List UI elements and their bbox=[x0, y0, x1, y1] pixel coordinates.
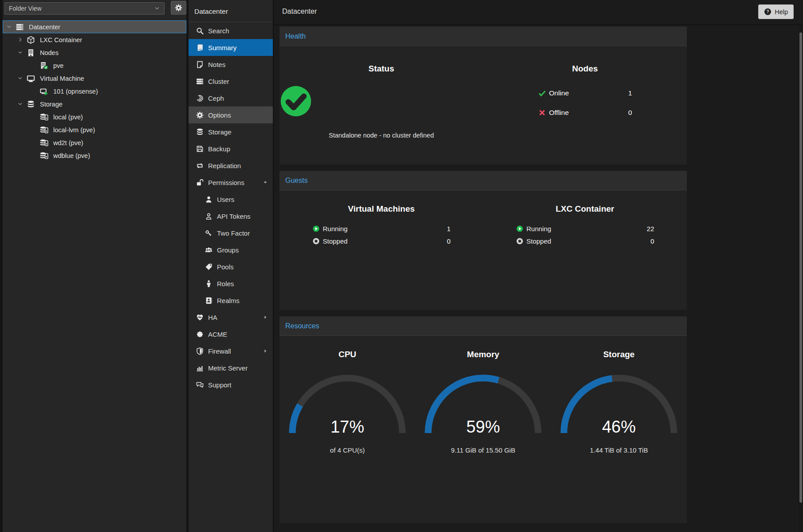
nav-item-label: Permissions bbox=[208, 179, 244, 186]
nav-item-options[interactable]: Options bbox=[189, 106, 273, 123]
status-heading: Status bbox=[279, 64, 483, 74]
nav-item-cluster[interactable]: Cluster bbox=[189, 73, 273, 90]
unlock-icon bbox=[196, 179, 204, 186]
nav-item-two-factor[interactable]: Two Factor bbox=[189, 225, 273, 241]
users-icon bbox=[205, 246, 213, 254]
vertical-scrollbar bbox=[799, 25, 803, 532]
nav-item-summary[interactable]: Summary bbox=[189, 39, 273, 56]
guest-state-label: Stopped bbox=[323, 237, 348, 245]
twisty-spacer bbox=[31, 139, 40, 146]
tree-item-label: Nodes bbox=[40, 49, 59, 56]
stopped-icon bbox=[516, 237, 524, 245]
nav-item-users[interactable]: Users bbox=[189, 191, 273, 208]
database-icon bbox=[27, 100, 37, 108]
nav-item-label: Replication bbox=[208, 162, 241, 169]
nav-item-replication[interactable]: Replication bbox=[189, 157, 273, 174]
tree-item-datacenter[interactable]: Datacenter bbox=[3, 20, 186, 33]
nav-item-permissions[interactable]: Permissions bbox=[189, 174, 273, 191]
nav-item-search[interactable]: Search bbox=[189, 22, 273, 39]
desktop-play-icon bbox=[40, 87, 50, 95]
nav-item-label: Metric Server bbox=[208, 364, 248, 372]
cluster-status-column: Status Standalone node - no cluster defi… bbox=[279, 46, 483, 165]
chevron-right-icon[interactable] bbox=[17, 36, 27, 43]
nav-item-storage[interactable]: Storage bbox=[189, 123, 273, 140]
nav-item-notes[interactable]: Notes bbox=[189, 56, 273, 73]
content-title: Datacenter bbox=[282, 8, 317, 16]
guest-state-label: Stopped bbox=[527, 237, 551, 245]
caret-down-icon[interactable] bbox=[263, 180, 268, 185]
database-drive-icon bbox=[40, 113, 50, 121]
node-status-row-offline: Offline0 bbox=[538, 103, 632, 122]
tree-item-101-opnsense[interactable]: 101 (opnsense) bbox=[3, 85, 186, 98]
nav-item-support[interactable]: Support bbox=[189, 376, 273, 393]
storage-gauge: 46% bbox=[557, 371, 681, 437]
nav-item-ha[interactable]: HA bbox=[189, 309, 273, 326]
chart-icon bbox=[196, 364, 204, 372]
tree-item-wdblue-pve[interactable]: wdblue (pve) bbox=[3, 149, 186, 162]
tree-item-nodes[interactable]: Nodes bbox=[3, 46, 186, 59]
nav-item-groups[interactable]: Groups bbox=[189, 241, 273, 258]
caret-right-icon[interactable] bbox=[263, 315, 268, 320]
twisty-spacer bbox=[31, 126, 40, 133]
tree-item-storage[interactable]: Storage bbox=[3, 98, 186, 110]
nav-item-label: ACME bbox=[208, 331, 227, 338]
database-icon bbox=[196, 128, 204, 136]
tree-item-virtual-machine[interactable]: Virtual Machine bbox=[3, 72, 186, 85]
nav-item-label: Storage bbox=[208, 128, 232, 136]
floppy-icon bbox=[196, 145, 204, 153]
nav-item-label: Pools bbox=[217, 263, 234, 271]
tree-item-lxc-container[interactable]: LXC Container bbox=[3, 33, 186, 46]
nav-item-realms[interactable]: Realms bbox=[189, 292, 273, 309]
nav-item-label: HA bbox=[208, 314, 217, 321]
view-mode-value: Folder View bbox=[9, 5, 42, 12]
building-icon bbox=[27, 49, 37, 57]
database-drive-icon bbox=[40, 126, 50, 134]
nav-item-acme[interactable]: ACME bbox=[189, 326, 273, 343]
scrollbar-thumb[interactable] bbox=[799, 32, 802, 503]
health-panel-header: Health bbox=[279, 27, 687, 46]
nav-item-pools[interactable]: Pools bbox=[189, 258, 273, 275]
tree-item-label: wd2t (pve) bbox=[53, 139, 83, 146]
comments-icon bbox=[196, 381, 204, 389]
twisty-spacer bbox=[31, 114, 40, 120]
nav-item-api-tokens[interactable]: API Tokens bbox=[189, 208, 273, 225]
chevron-down-icon[interactable] bbox=[17, 101, 27, 107]
node-status-value: 0 bbox=[628, 109, 632, 117]
nav-item-label: Summary bbox=[208, 44, 236, 51]
nav-panel-title: Datacenter bbox=[189, 0, 273, 22]
tree-item-local-lvm-pve[interactable]: local-lvm (pve) bbox=[3, 123, 186, 136]
nav-item-ceph[interactable]: Ceph bbox=[189, 90, 273, 106]
chevron-down-icon[interactable] bbox=[17, 49, 27, 56]
tree-item-pve[interactable]: pve bbox=[3, 59, 186, 72]
chevron-down-icon[interactable] bbox=[17, 75, 27, 82]
nav-item-roles[interactable]: Roles bbox=[189, 275, 273, 292]
node-status-list: Online1Offline0 bbox=[538, 83, 632, 122]
nav-item-label: Roles bbox=[217, 280, 234, 288]
stopped-icon bbox=[312, 237, 320, 245]
tree-item-wd2t-pve[interactable]: wd2t (pve) bbox=[3, 136, 186, 149]
twisty-spacer bbox=[31, 152, 40, 159]
caret-right-icon[interactable] bbox=[263, 348, 268, 354]
chevron-down-icon[interactable] bbox=[6, 24, 16, 30]
tree-item-local-pve[interactable]: local (pve) bbox=[3, 110, 186, 123]
nav-item-firewall[interactable]: Firewall bbox=[189, 343, 273, 359]
nav-item-backup[interactable]: Backup bbox=[189, 140, 273, 157]
nav-item-metric-server[interactable]: Metric Server bbox=[189, 359, 273, 376]
desktop-icon bbox=[27, 75, 37, 83]
heartbeat-icon bbox=[196, 314, 204, 321]
gauge-detail: 1.44 TiB of 3.10 TiB bbox=[551, 446, 687, 454]
gauge-detail: of 4 CPU(s) bbox=[279, 446, 415, 454]
tree-item-label: Virtual Machine bbox=[40, 75, 84, 82]
tree-item-label: 101 (opnsense) bbox=[53, 88, 98, 95]
running-icon bbox=[516, 225, 524, 233]
cpu-gauge: 17% bbox=[285, 371, 409, 437]
guests-panel-title: Guests bbox=[285, 177, 308, 185]
content-area: Datacenter ? Help Health Status Standalo… bbox=[274, 0, 803, 532]
help-button[interactable]: ? Help bbox=[758, 4, 794, 19]
tree-settings-button[interactable] bbox=[171, 1, 186, 15]
tree-item-label: wdblue (pve) bbox=[53, 152, 90, 159]
view-mode-select[interactable]: Folder View bbox=[4, 2, 165, 15]
status-message: Standalone node - no cluster defined bbox=[279, 132, 483, 139]
gauge-percent: 59% bbox=[421, 418, 545, 437]
resources-panel: Resources CPU17%of 4 CPU(s)Memory59%9.11… bbox=[279, 316, 687, 523]
